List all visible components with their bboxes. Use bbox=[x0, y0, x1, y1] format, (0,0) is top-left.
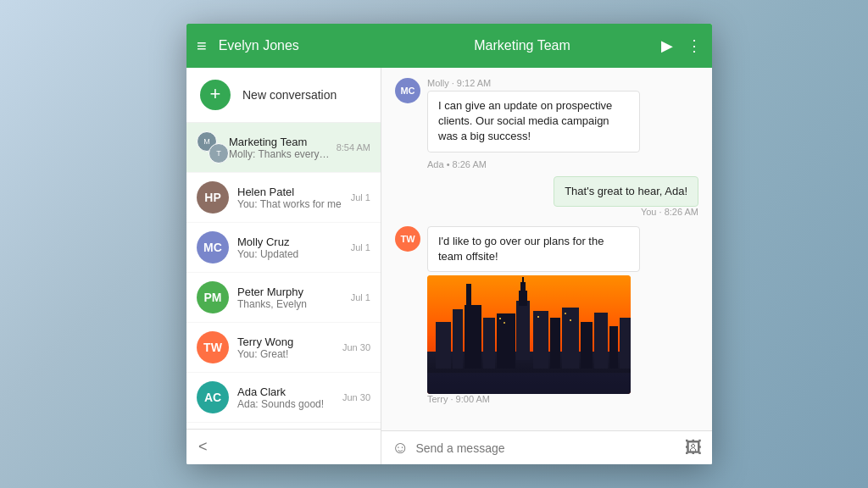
conv-name: Molly Cruz bbox=[237, 236, 348, 248]
svg-rect-3 bbox=[453, 309, 463, 369]
conv-time: Jun 30 bbox=[342, 392, 370, 402]
svg-rect-14 bbox=[562, 308, 579, 369]
avatar-terry-wong: TW bbox=[197, 331, 229, 363]
svg-rect-23 bbox=[570, 319, 571, 321]
plus-icon: + bbox=[210, 85, 221, 103]
svg-rect-12 bbox=[533, 311, 548, 369]
svg-rect-2 bbox=[436, 322, 451, 369]
conv-time: Jul 1 bbox=[351, 292, 370, 302]
conversation-item-ada-clark[interactable]: AC Ada Clark Ada: Sounds good! Jun 30 bbox=[186, 373, 381, 423]
message-avatar-terry: TW bbox=[395, 226, 420, 252]
svg-rect-22 bbox=[565, 313, 566, 314]
header-user-name: Evelyn Jones bbox=[219, 38, 299, 53]
conv-time: Jun 30 bbox=[342, 342, 370, 352]
sidebar: + New conversation M T Marketing Team Mo… bbox=[186, 68, 381, 464]
input-bar: ☺ 🖼 bbox=[381, 430, 712, 464]
conv-name: Marketing Team bbox=[229, 136, 333, 148]
header-center: Marketing Team bbox=[383, 38, 661, 53]
message-content-molly: Molly · 9:12 AM I can give an update on … bbox=[427, 78, 640, 152]
message-sender-time-terry: Terry · 9:00 AM bbox=[427, 394, 640, 404]
new-conv-circle: + bbox=[200, 80, 231, 110]
message-content-outgoing: That's great to hear, Ada! You · 8:26 AM bbox=[554, 176, 698, 219]
conv-preview: You: Great! bbox=[237, 348, 339, 360]
avatar-molly-cruz: MC bbox=[197, 231, 229, 263]
svg-rect-24 bbox=[427, 373, 631, 394]
svg-rect-18 bbox=[620, 318, 631, 369]
conv-info: Molly Cruz You: Updated bbox=[237, 236, 348, 260]
svg-rect-5 bbox=[466, 284, 471, 309]
conversation-item-terry-wong[interactable]: TW Terry Wong You: Great! Jun 30 bbox=[186, 323, 381, 373]
svg-rect-15 bbox=[581, 322, 593, 369]
conv-info: Helen Patel You: That works for me bbox=[237, 186, 348, 210]
conv-name: Peter Murphy bbox=[237, 286, 348, 298]
conversation-item-marketing-team[interactable]: M T Marketing Team Molly: Thanks everyon… bbox=[186, 123, 381, 173]
conv-preview: Molly: Thanks everyone! bbox=[229, 148, 333, 160]
svg-rect-4 bbox=[465, 305, 481, 369]
conv-name: Ada Clark bbox=[237, 385, 339, 398]
conv-time: Jul 1 bbox=[351, 242, 370, 252]
svg-rect-10 bbox=[483, 318, 495, 369]
back-icon[interactable]: < bbox=[198, 438, 208, 456]
svg-rect-8 bbox=[520, 282, 526, 294]
svg-rect-16 bbox=[594, 313, 608, 369]
video-call-icon[interactable]: ▶ bbox=[661, 36, 673, 55]
message-row-molly: MC Molly · 9:12 AM I can give an update … bbox=[395, 78, 698, 152]
header: ≡ Evelyn Jones Marketing Team ▶ ⋮ bbox=[186, 24, 712, 68]
conv-preview: You: That works for me bbox=[237, 198, 348, 210]
svg-rect-6 bbox=[516, 301, 530, 360]
message-content-terry: I'd like to go over our plans for the te… bbox=[427, 226, 640, 407]
conv-time: Jul 1 bbox=[351, 192, 370, 202]
emoji-button[interactable]: ☺ bbox=[392, 438, 409, 458]
conv-name: Terry Wong bbox=[237, 336, 339, 348]
message-sender-time: Molly · 9:12 AM bbox=[427, 78, 640, 88]
avatar-ada-clark: AC bbox=[197, 381, 229, 413]
conv-info: Peter Murphy Thanks, Evelyn bbox=[237, 286, 348, 310]
city-image bbox=[427, 275, 631, 394]
messages-container: MC Molly · 9:12 AM I can give an update … bbox=[381, 68, 712, 430]
conv-preview: You: Updated bbox=[237, 248, 348, 260]
svg-rect-9 bbox=[522, 277, 524, 284]
header-chat-title: Marketing Team bbox=[474, 38, 570, 53]
svg-rect-19 bbox=[499, 318, 501, 319]
message-row-terry: TW I'd like to go over our plans for the… bbox=[395, 226, 698, 407]
header-left: ≡ Evelyn Jones bbox=[197, 36, 383, 56]
conversation-item-molly-cruz[interactable]: MC Molly Cruz You: Updated Jul 1 bbox=[186, 223, 381, 273]
avatar-marketing-team: M T bbox=[197, 131, 229, 164]
conversation-list: M T Marketing Team Molly: Thanks everyon… bbox=[186, 123, 381, 429]
new-conversation-button[interactable]: + New conversation bbox=[186, 68, 381, 123]
message-bubble: I can give an update on prospective clie… bbox=[427, 91, 640, 152]
attach-image-button[interactable]: 🖼 bbox=[685, 438, 702, 458]
chat-area: MC Molly · 9:12 AM I can give an update … bbox=[381, 68, 712, 464]
conv-info: Terry Wong You: Great! bbox=[237, 336, 339, 360]
conv-info: Marketing Team Molly: Thanks everyone! bbox=[229, 136, 333, 160]
message-avatar-molly: MC bbox=[395, 78, 420, 103]
message-image bbox=[427, 275, 631, 394]
conv-name: Helen Patel bbox=[237, 186, 348, 198]
ada-timestamp-label: Ada • 8:26 AM bbox=[395, 159, 698, 169]
message-sender-time-outgoing: You · 8:26 AM bbox=[554, 207, 698, 217]
conv-time: 8:54 AM bbox=[337, 142, 370, 152]
new-conversation-label: New conversation bbox=[242, 88, 337, 102]
conversation-item-helen-patel[interactable]: HP Helen Patel You: That works for me Ju… bbox=[186, 173, 381, 223]
message-bubble-outgoing: That's great to hear, Ada! bbox=[554, 176, 698, 207]
svg-rect-20 bbox=[504, 322, 505, 324]
svg-rect-13 bbox=[550, 318, 560, 369]
avatar-helen-patel: HP bbox=[197, 181, 229, 214]
main-content: + New conversation M T Marketing Team Mo… bbox=[186, 68, 712, 464]
svg-rect-21 bbox=[537, 316, 539, 318]
more-options-icon[interactable]: ⋮ bbox=[687, 36, 702, 55]
sidebar-footer: < bbox=[186, 429, 381, 464]
hamburger-icon[interactable]: ≡ bbox=[197, 36, 207, 56]
conversation-item-peter-murphy[interactable]: PM Peter Murphy Thanks, Evelyn Jul 1 bbox=[186, 273, 381, 323]
header-actions: ▶ ⋮ bbox=[661, 36, 702, 55]
svg-rect-17 bbox=[609, 326, 618, 369]
message-input[interactable] bbox=[415, 441, 678, 455]
message-row-outgoing: That's great to hear, Ada! You · 8:26 AM bbox=[395, 176, 698, 219]
app-window: ≡ Evelyn Jones Marketing Team ▶ ⋮ + New … bbox=[186, 24, 712, 464]
conversation-item-gary-anderson[interactable]: GA Gary Anderson You: Great! Jun 30 bbox=[186, 423, 381, 429]
message-bubble-terry: I'd like to go over our plans for the te… bbox=[427, 226, 640, 272]
conv-preview: Ada: Sounds good! bbox=[237, 398, 339, 410]
conv-info: Ada Clark Ada: Sounds good! bbox=[237, 385, 339, 410]
conv-preview: Thanks, Evelyn bbox=[237, 298, 348, 310]
avatar-peter-murphy: PM bbox=[197, 281, 229, 313]
